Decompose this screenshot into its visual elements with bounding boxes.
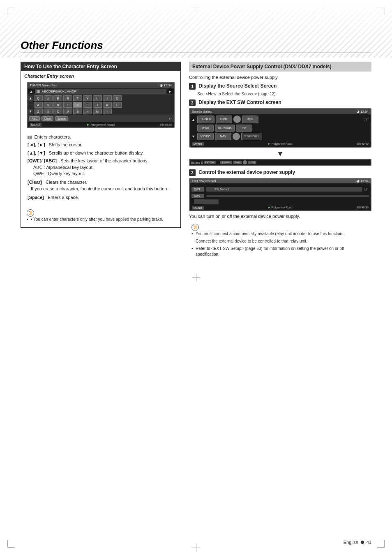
char-btn-S[interactable]: S [44, 102, 53, 108]
csb-disc [243, 160, 247, 164]
char-btn-J[interactable]: J [93, 102, 102, 108]
char-screen-time: ◕ 12:34 [160, 83, 172, 87]
csb-source-label: Source S [191, 161, 203, 164]
ss-btn-bluetooth[interactable]: Bluetooth [215, 125, 235, 132]
sw1-label: SW1 [191, 187, 204, 192]
char-btn-F[interactable]: F [63, 102, 72, 108]
ss-btn-nav[interactable]: NAV [215, 133, 231, 140]
char-btn-T[interactable]: T [73, 95, 82, 101]
ss-btn-usb[interactable]: USB [242, 116, 258, 123]
instr-2-text: Shifts the cursor. [46, 142, 83, 147]
char-btn-Y[interactable]: Y [83, 95, 92, 101]
sw1-value: SW Name1 [206, 187, 362, 192]
csb-btn-dvd[interactable]: DVD [233, 161, 242, 164]
touch-icon: ☞ [363, 116, 369, 123]
ss-menu-btn[interactable]: MENU [192, 142, 204, 146]
sw2-value [206, 195, 369, 197]
char-clear-btn[interactable]: Clear [42, 116, 53, 121]
char-btn-M[interactable]: M [93, 109, 102, 114]
instr-1-text: Enters characters. [35, 134, 71, 139]
ext-sw-row-1: SW1 SW Name1 ☞ [191, 186, 369, 192]
char-btn-B[interactable]: B [73, 109, 82, 114]
footer-nav: ► Ridgeview Road [87, 123, 115, 127]
char-btn-W[interactable]: W [44, 95, 53, 101]
right-note-1: You must connect a commercially availabl… [191, 231, 369, 237]
badge-1: 1 [28, 136, 32, 139]
ss-time: ◕ 12:34 [357, 110, 369, 113]
note-text: • You can enter characters only after yo… [27, 217, 175, 222]
char-btn-K[interactable]: K [103, 102, 112, 108]
menu-btn[interactable]: MENU [30, 123, 42, 127]
ss-btn-video[interactable]: VIDEO [197, 133, 214, 140]
ext-sw-control-screen: EXT SW Control ◕ 12:34 SW1 SW Name1 ☞ SW… [189, 178, 371, 211]
sw3-placeholder [194, 199, 219, 204]
language-label: English [344, 540, 358, 545]
ss-btn-standby[interactable]: STANDBY [241, 133, 262, 140]
step-3-num: 3 [189, 169, 196, 176]
instr-4-qwe: QWE : Qwerty key layout. [28, 171, 85, 176]
ext-sw-footer-mileage: 99999.99 [357, 206, 369, 210]
char-entry-header: How To Use the Character Entry Screen [21, 62, 180, 71]
ext-sw-body: SW1 SW Name1 ☞ SW2 [190, 183, 371, 205]
ss-btn-tuner[interactable]: TUNER [197, 116, 214, 123]
char-btn-A[interactable]: A [34, 102, 43, 108]
row1-left-arrow: ▲ [28, 96, 33, 101]
char-abc-btn[interactable]: ABC [29, 116, 40, 121]
instr-5-text: Clears the character. [43, 180, 88, 185]
char-btn-R[interactable]: R [63, 95, 72, 101]
step-1-title: Display the Source Select Screen [198, 83, 277, 89]
char-btn-E[interactable]: E [53, 95, 62, 101]
char-entry-screen: TUNER Name Set ◕ 12:34 ▲ 1 ABCDEFGHIJKLM… [27, 82, 175, 128]
right-section-title-block: External Device Power Supply Control (DN… [189, 62, 371, 72]
step-3-note: You can turn on or off the external devi… [189, 213, 371, 220]
char-space-btn[interactable]: Space [55, 116, 68, 121]
ss-buttons-row2: iPod Bluetooth TV [197, 125, 369, 132]
char-input-box: 1 ABCDEFGHIJKLMNOP [35, 89, 166, 94]
right-note-icon-inner: 📜 [193, 225, 198, 229]
instr-4-text: Sets the key layout of the character but… [58, 158, 149, 163]
char-screen-footer: MENU ► Ridgeview Road 99999.99 [28, 122, 174, 127]
char-btn-V[interactable]: V [63, 109, 72, 114]
right-note-box: 📜 You must connect a commercially availa… [189, 222, 371, 261]
ss-btn-ipod[interactable]: iPod [197, 125, 214, 132]
char-row-3: ▼ Z X C V B N M · [28, 108, 174, 115]
combined-screen-bar: Source S EXT SW — TUNER DVD USB [189, 159, 371, 166]
ss-row-2: iPod Bluetooth TV [191, 125, 369, 132]
right-note-icon: 📜 [191, 224, 199, 231]
ext-sw-menu-btn[interactable]: MENU [192, 206, 204, 210]
instruction-2: [◄], [►] Shifts the cursor. [28, 142, 174, 148]
step-1-num: 1 [189, 83, 196, 90]
char-btn-dot[interactable]: · [103, 109, 112, 114]
sw2-label: SW2 [191, 194, 204, 198]
char-btn-O[interactable]: O [113, 95, 122, 101]
char-btn-N[interactable]: N [83, 109, 92, 114]
char-entry-section: How To Use the Character Entry Screen Ch… [21, 62, 181, 228]
instruction-4: [QWE]/ [ABC] Sets the key layout of the … [28, 158, 174, 177]
right-section-title: External Device Power Supply Control (DN… [192, 64, 332, 69]
char-btn-U[interactable]: U [93, 95, 102, 101]
char-btn-Z[interactable]: Z [34, 109, 43, 114]
char-btn-L[interactable]: L [113, 102, 122, 108]
csb-btn-usb[interactable]: USB [248, 161, 256, 164]
ss-btn-dvd[interactable]: DVD [216, 116, 232, 123]
char-row-2: A S D F G H J K L [28, 102, 174, 108]
left-note-box: 📜 • You can enter characters only after … [24, 208, 177, 226]
char-btn-C[interactable]: C [53, 109, 62, 114]
ss-footer: MENU ► Ridgeview Road 99999.99 [190, 141, 371, 147]
char-btn-D[interactable]: D [53, 102, 62, 108]
key-space: [Space] [28, 195, 44, 200]
right-notes: You must connect a commercially availabl… [191, 231, 369, 257]
instr-4-abc: ABC : Alphabetical key layout. [28, 165, 94, 170]
key-lr: [◄], [►] [28, 142, 45, 147]
key-clear: [Clear] [28, 180, 42, 185]
char-buttons-row1: Q W E R T Y U I O [33, 95, 174, 102]
corner-mark-bl [7, 540, 15, 548]
char-btn-H[interactable]: H [83, 102, 92, 108]
char-btn-G[interactable]: G [73, 102, 82, 108]
csb-btn-tuner[interactable]: TUNER [220, 161, 232, 164]
char-btn-Q[interactable]: Q [34, 95, 43, 101]
char-btn-X[interactable]: X [44, 109, 53, 114]
char-btn-I[interactable]: I [103, 95, 112, 101]
ss-btn-tv[interactable]: TV [236, 125, 252, 132]
ss-buttons-row1: TUNER DVD USB ☞ [197, 116, 369, 123]
